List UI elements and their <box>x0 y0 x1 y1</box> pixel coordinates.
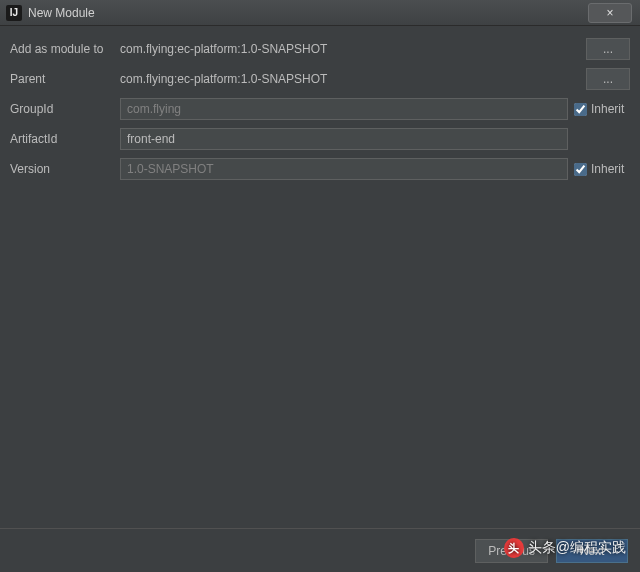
window-title: New Module <box>28 6 95 20</box>
close-icon: × <box>606 6 613 20</box>
add-as-module-label: Add as module to <box>10 42 120 56</box>
groupid-inherit-checkbox[interactable] <box>574 103 587 116</box>
groupid-inherit-label: Inherit <box>591 102 624 116</box>
row-parent: Parent com.flying:ec-platform:1.0-SNAPSH… <box>10 68 630 90</box>
row-artifactid: ArtifactId <box>10 128 630 150</box>
version-inherit[interactable]: Inherit <box>574 162 630 176</box>
parent-label: Parent <box>10 72 120 86</box>
close-button[interactable]: × <box>588 3 632 23</box>
groupid-input[interactable] <box>120 98 568 120</box>
previous-button[interactable]: Previous <box>475 539 548 563</box>
artifactid-input[interactable] <box>120 128 568 150</box>
row-groupid: GroupId Inherit <box>10 98 630 120</box>
version-inherit-checkbox[interactable] <box>574 163 587 176</box>
row-add-as-module: Add as module to com.flying:ec-platform:… <box>10 38 630 60</box>
form-content: Add as module to com.flying:ec-platform:… <box>0 26 640 180</box>
version-label: Version <box>10 162 120 176</box>
footer-bar: Previous Next <box>0 528 640 572</box>
artifactid-label: ArtifactId <box>10 132 120 146</box>
title-bar: IJ New Module × <box>0 0 640 26</box>
groupid-label: GroupId <box>10 102 120 116</box>
add-as-module-value: com.flying:ec-platform:1.0-SNAPSHOT <box>120 42 580 56</box>
next-button[interactable]: Next <box>556 539 628 563</box>
version-inherit-label: Inherit <box>591 162 624 176</box>
row-version: Version Inherit <box>10 158 630 180</box>
parent-value: com.flying:ec-platform:1.0-SNAPSHOT <box>120 72 580 86</box>
groupid-inherit[interactable]: Inherit <box>574 102 630 116</box>
app-icon: IJ <box>6 5 22 21</box>
add-as-module-browse-button[interactable]: ... <box>586 38 630 60</box>
version-input[interactable] <box>120 158 568 180</box>
parent-browse-button[interactable]: ... <box>586 68 630 90</box>
